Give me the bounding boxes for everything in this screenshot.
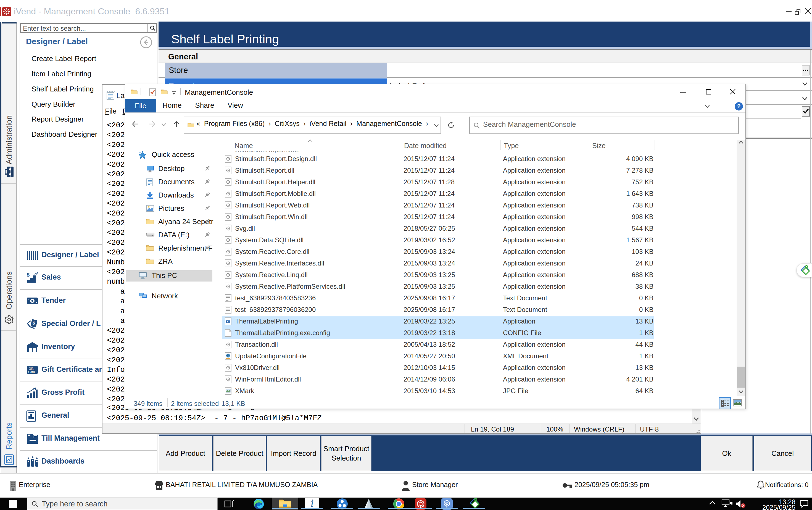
svg-text:Gift: Gift (29, 367, 33, 370)
svg-text:Card: Card (28, 370, 35, 373)
svg-text:$: $ (27, 272, 30, 278)
